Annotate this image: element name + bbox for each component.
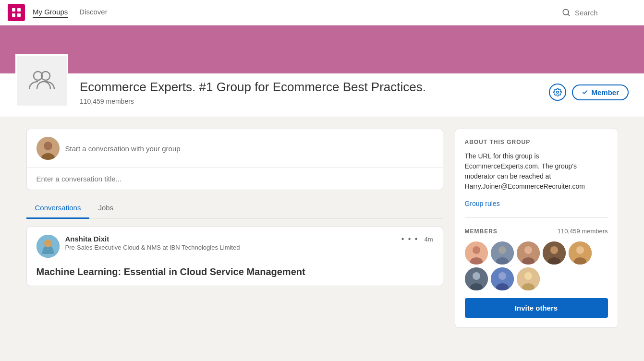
- conversation-title-input[interactable]: [27, 168, 443, 190]
- conversation-start: Start a conversation with your group: [27, 129, 443, 168]
- invite-button[interactable]: Invite others: [465, 298, 608, 318]
- svg-point-8: [557, 91, 559, 94]
- member-avatar-8[interactable]: [517, 267, 540, 290]
- search-container: [561, 8, 632, 17]
- svg-point-24: [550, 246, 558, 254]
- member-avatar-7[interactable]: [491, 267, 514, 290]
- group-info: Ecommerce Experts. #1 Group for Ecommerc…: [80, 75, 537, 105]
- members-count: 110,459 members: [558, 228, 608, 235]
- member-avatar-6[interactable]: [465, 267, 488, 290]
- tab-jobs[interactable]: Jobs: [89, 198, 122, 219]
- member-avatar-1[interactable]: [465, 241, 488, 265]
- svg-point-33: [498, 272, 506, 280]
- tabs-container: Conversations Jobs: [26, 198, 443, 219]
- about-group-description: The URL for this group is EcommerceExper…: [465, 151, 608, 192]
- checkmark-icon: [582, 89, 588, 96]
- svg-point-10: [44, 142, 52, 150]
- app-logo[interactable]: [8, 4, 25, 21]
- left-column: Start a conversation with your group Con…: [26, 129, 443, 328]
- group-avatar-icon: [27, 66, 56, 95]
- member-avatar-2[interactable]: [491, 241, 514, 265]
- svg-point-30: [473, 272, 480, 280]
- post-more-button[interactable]: • • •: [401, 235, 419, 243]
- members-header: MEMBERS 110,459 members: [465, 228, 608, 235]
- about-group-title: ABOUT THIS GROUP: [465, 139, 608, 145]
- top-nav: My Groups Discover: [0, 0, 644, 25]
- post-author-avatar: [36, 235, 60, 258]
- member-avatars: [465, 241, 608, 290]
- post-actions: • • • 4m: [401, 235, 433, 243]
- member-avatar-3[interactable]: [517, 241, 540, 265]
- svg-rect-0: [12, 8, 15, 12]
- member-avatar-4[interactable]: [543, 241, 566, 265]
- search-icon: [561, 8, 571, 17]
- svg-point-36: [524, 272, 532, 280]
- post-card: Anshita Dixit Pre-Sales Executive Cloud …: [26, 227, 443, 286]
- right-column: ABOUT THIS GROUP The URL for this group …: [455, 129, 618, 328]
- post-timestamp: 4m: [424, 236, 433, 243]
- svg-point-27: [576, 246, 584, 254]
- conversation-prompt[interactable]: Start a conversation with your group: [65, 144, 181, 153]
- svg-point-4: [563, 9, 569, 15]
- svg-point-18: [498, 246, 506, 254]
- sidebar-card: ABOUT THIS GROUP The URL for this group …: [455, 129, 618, 328]
- main-content: Start a conversation with your group Con…: [15, 129, 630, 328]
- svg-rect-2: [12, 13, 15, 17]
- group-rules-link[interactable]: Group rules: [465, 200, 500, 207]
- post-author-subtitle: Pre-Sales Executive Cloud & NMS at IBN T…: [65, 244, 396, 251]
- svg-point-15: [473, 246, 480, 254]
- post-meta: Anshita Dixit Pre-Sales Executive Cloud …: [65, 235, 396, 251]
- nav-links: My Groups Discover: [33, 8, 108, 18]
- sidebar-divider: [465, 217, 608, 218]
- search-input[interactable]: [575, 9, 632, 17]
- nav-my-groups[interactable]: My Groups: [33, 8, 68, 18]
- svg-point-21: [524, 246, 532, 254]
- settings-icon: [553, 88, 562, 96]
- member-button[interactable]: Member: [572, 84, 629, 100]
- group-title: Ecommerce Experts. #1 Group for Ecommerc…: [80, 79, 537, 96]
- tab-conversations[interactable]: Conversations: [26, 198, 90, 219]
- nav-discover[interactable]: Discover: [79, 8, 107, 18]
- svg-rect-1: [17, 8, 21, 12]
- hero-banner: [0, 25, 644, 73]
- post-header: Anshita Dixit Pre-Sales Executive Cloud …: [36, 235, 433, 258]
- post-title: Machine Learning: Essential in Cloud Ser…: [36, 265, 433, 278]
- svg-line-5: [568, 14, 570, 16]
- user-avatar: [36, 137, 60, 160]
- settings-button[interactable]: [549, 84, 566, 101]
- member-avatar-5[interactable]: [569, 241, 592, 265]
- conversation-box: Start a conversation with your group: [26, 129, 443, 190]
- group-avatar: [15, 54, 68, 107]
- group-members-count: 110,459 members: [80, 97, 537, 105]
- post-author-name: Anshita Dixit: [65, 235, 396, 243]
- group-actions: Member: [549, 80, 629, 101]
- group-header: Ecommerce Experts. #1 Group for Ecommerc…: [0, 73, 644, 117]
- members-title: MEMBERS: [465, 228, 498, 235]
- svg-rect-3: [17, 13, 21, 17]
- svg-point-13: [44, 240, 52, 247]
